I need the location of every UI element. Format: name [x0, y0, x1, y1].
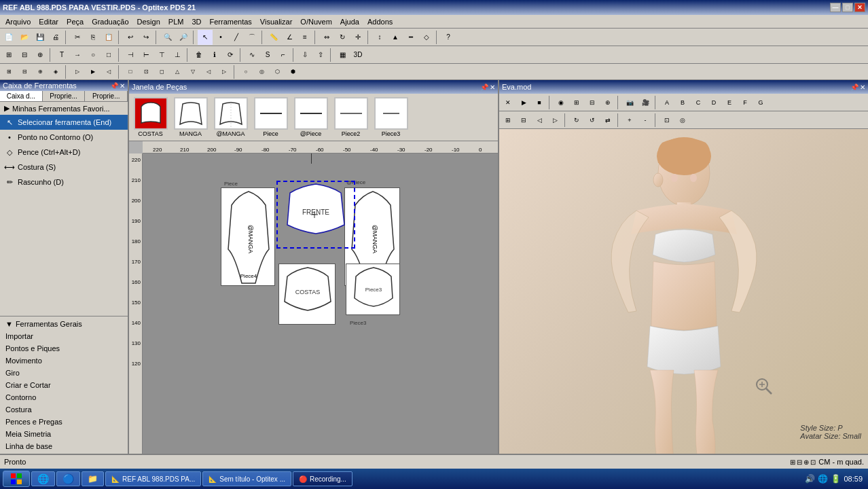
menu-graduacao[interactable]: Graduação	[88, 16, 132, 27]
tb2-layer[interactable]: ⊕	[33, 48, 48, 62]
section-giro[interactable]: Giro	[0, 367, 128, 379]
3d-tb-cam1[interactable]: 📷	[622, 95, 637, 110]
menu-ajuda[interactable]: Ajuda	[336, 16, 363, 27]
taskbar-ie[interactable]: 🔵	[56, 471, 80, 486]
tb2-export[interactable]: ⇧	[313, 48, 328, 62]
3d-tb2-7[interactable]: ⇄	[600, 113, 615, 128]
section-costura[interactable]: Costura	[0, 403, 128, 416]
tb3-9[interactable]: ⊡	[139, 65, 153, 79]
taskbar-quick-launch[interactable]: 🌐	[31, 471, 55, 486]
tb3-13[interactable]: ◁	[201, 65, 216, 79]
tb2-align-r[interactable]: ⊢	[139, 48, 153, 62]
menu-plm[interactable]: PLM	[164, 16, 188, 27]
tool-costura[interactable]: ⟷ Costura (S)	[0, 160, 128, 175]
3d-tb-cam2[interactable]: 🎥	[638, 95, 653, 110]
menu-peca[interactable]: Peça	[62, 16, 88, 27]
3d-close[interactable]: ✕	[860, 84, 865, 91]
tb3-1[interactable]: ⊞	[1, 65, 16, 79]
tb2-align-t[interactable]: ⊤	[154, 48, 169, 62]
section-contorno[interactable]: Contorno	[0, 391, 128, 403]
tb-dart[interactable]: ◇	[419, 30, 434, 45]
tb2-curve2[interactable]: ∿	[245, 48, 259, 62]
close-button[interactable]: ✕	[854, 3, 865, 12]
pattern-atmanga[interactable]: @MANGA Piece4	[221, 187, 275, 286]
tb2-nesting[interactable]: ▦	[335, 48, 350, 62]
3d-tb-sim[interactable]: ◉	[554, 95, 568, 110]
menu-ferramentas[interactable]: Ferramentas	[206, 16, 256, 27]
tb2-refresh[interactable]: ⟳	[223, 48, 238, 62]
tb2-text[interactable]: T	[54, 48, 69, 62]
sidebar-tab-prop1[interactable]: Proprie...	[43, 91, 86, 101]
maximize-button[interactable]: □	[842, 3, 853, 12]
piece-piece2[interactable]: Piece2	[332, 97, 369, 137]
tb2-arrow[interactable]: →	[70, 48, 85, 62]
tb2-grid[interactable]: ⊟	[17, 48, 32, 62]
3d-tb2-3[interactable]: ◁	[532, 113, 547, 128]
tb-grain[interactable]: ↕	[372, 30, 387, 45]
tb2-delete[interactable]: 🗑	[192, 48, 206, 62]
tb2-rect[interactable]: □	[101, 48, 116, 62]
3d-tb-c1[interactable]: C	[691, 95, 706, 110]
tb3-17[interactable]: ⬡	[270, 65, 285, 79]
tb-copy[interactable]: ⎘	[86, 30, 101, 45]
tb2-snap[interactable]: ⊞	[1, 48, 16, 62]
tb-paste[interactable]: 📋	[101, 30, 116, 45]
minimize-button[interactable]: —	[830, 3, 841, 12]
piece-manga[interactable]: MANGA	[172, 97, 209, 137]
tb-undo[interactable]: ↩	[123, 30, 138, 45]
tb-line[interactable]: ╱	[229, 30, 244, 45]
tb-curve[interactable]: ⌒	[245, 30, 259, 45]
tb2-info[interactable]: ℹ	[207, 48, 222, 62]
section-criar[interactable]: Criar e Cortar	[0, 379, 128, 391]
menu-addons[interactable]: Addons	[363, 16, 397, 27]
tb3-11[interactable]: △	[170, 65, 185, 79]
section-ferramentas[interactable]: ▼ Ferramentas Gerais	[0, 318, 128, 330]
3d-tb2-11[interactable]: ◎	[675, 113, 690, 128]
tb2-shape[interactable]: ○	[86, 48, 101, 62]
tool-selecionar[interactable]: ↖ Selecionar ferramenta (End)	[0, 115, 128, 130]
sidebar-tab-prop2[interactable]: Proprie...	[85, 91, 128, 101]
tb-zoom-out[interactable]: 🔎	[176, 30, 191, 45]
tb-redo[interactable]: ↪	[139, 30, 153, 45]
tb3-10[interactable]: ◻	[154, 65, 169, 79]
tb-zoom-in[interactable]: 🔍	[160, 30, 175, 45]
toolbox-close[interactable]: ✕	[120, 82, 125, 90]
tb-measure[interactable]: 📏	[266, 30, 281, 45]
taskbar-task-1[interactable]: 📐 REF ABL 988.PDS PA...	[105, 471, 201, 486]
tb3-5[interactable]: ▷	[70, 65, 85, 79]
3d-tb-reset[interactable]: ✕	[501, 95, 516, 110]
tb3-7[interactable]: ◁	[101, 65, 116, 79]
3d-tb2-5[interactable]: ↻	[569, 113, 584, 128]
tb-grade[interactable]: ≡	[297, 30, 312, 45]
tb3-18[interactable]: ⬢	[285, 65, 300, 79]
pieces-close[interactable]: ✕	[490, 84, 495, 91]
tb-print[interactable]: 🖨	[48, 30, 63, 45]
piece-costas[interactable]: COSTAS	[132, 97, 169, 137]
tool-pence[interactable]: ◇ Pence (Ctrl+Alt+D)	[0, 145, 128, 160]
3d-tb-view1[interactable]: ⊞	[569, 95, 584, 110]
3d-tb2-2[interactable]: ⊟	[516, 113, 531, 128]
tb3-3[interactable]: ⊕	[33, 65, 48, 79]
tb3-8[interactable]: □	[123, 65, 138, 79]
3d-tb-view3[interactable]: ⊕	[600, 95, 615, 110]
section-linha[interactable]: Linha de base	[0, 440, 128, 452]
canvas-content[interactable]: Piece @MANGA Piece4 FRENTE	[143, 153, 498, 454]
start-button[interactable]	[3, 471, 30, 487]
tb-select[interactable]: ↖	[198, 30, 213, 45]
section-meia[interactable]: Meia Simetria	[0, 428, 128, 440]
menu-visualizar[interactable]: Visualizar	[256, 16, 297, 27]
3d-tb-f1[interactable]: F	[738, 95, 753, 110]
3d-tb2-8[interactable]: +	[622, 113, 637, 128]
tb-open[interactable]: 📂	[17, 30, 32, 45]
tb3-2[interactable]: ⊟	[17, 65, 32, 79]
3d-tb-play[interactable]: ▶	[516, 95, 531, 110]
menu-3d[interactable]: 3D	[187, 16, 205, 27]
pattern-costas[interactable]: COSTAS	[278, 264, 336, 325]
menu-arquivo[interactable]: Arquivo	[1, 16, 35, 27]
taskbar-task-2[interactable]: 📐 Sem título - Optitex ...	[202, 471, 291, 486]
tb2-distribute[interactable]: ⊥	[170, 48, 185, 62]
tb-help[interactable]: ?	[441, 30, 456, 45]
tb-point[interactable]: •	[213, 30, 228, 45]
3d-tb-a1[interactable]: A	[659, 95, 674, 110]
menu-editar[interactable]: Editar	[35, 16, 62, 27]
